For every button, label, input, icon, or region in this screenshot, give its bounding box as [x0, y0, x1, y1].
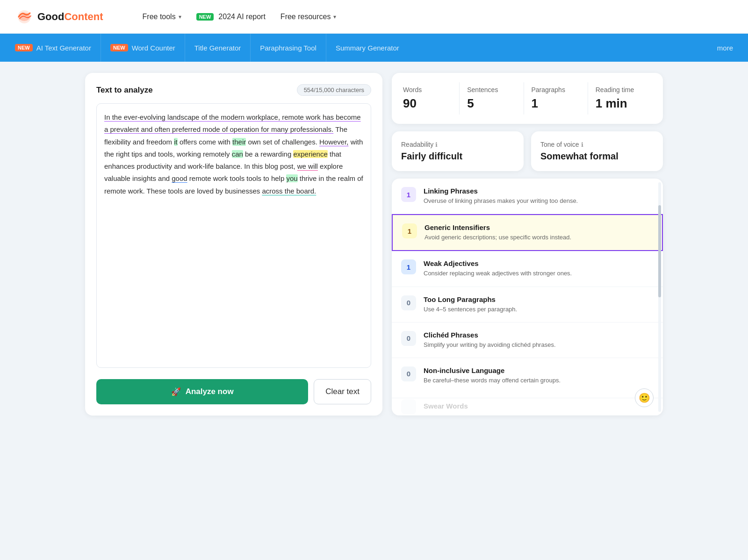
suggestion-swear-words[interactable]: Swear Words — [392, 398, 663, 416]
left-panel: Text to analyze 554/15,000 characters In… — [85, 73, 382, 416]
highlight-blue-good: good — [172, 174, 187, 182]
stat-paragraphs: Paragraphs 1 — [524, 82, 588, 115]
suggestion-text: Generic Intensifiers Avoid generic descr… — [424, 223, 653, 242]
brand-logo[interactable]: GoodContent — [15, 9, 103, 24]
subnav-word-counter[interactable]: new Word Counter — [101, 34, 185, 62]
suggestion-non-inclusive[interactable]: 0 Non-inclusive Language Be careful–thes… — [392, 358, 663, 398]
readability-card: Readability ℹ Fairly difficult — [392, 131, 524, 171]
smiley-icon: 🙂 — [639, 392, 650, 403]
readability-value: Fairly difficult — [401, 151, 514, 162]
scrollbar-thumb[interactable] — [658, 205, 661, 297]
subnav-more[interactable]: more — [708, 44, 733, 52]
highlight-green-it: it — [174, 138, 178, 146]
suggestion-text: Weak Adjectives Consider replacing weak … — [424, 259, 654, 278]
text-area[interactable]: In the ever-evolving landscape of the mo… — [96, 103, 371, 368]
highlight-purple: In the ever-evolving landscape of the mo… — [104, 113, 361, 133]
chevron-down-icon: ▾ — [333, 14, 336, 20]
text-content: In the ever-evolving landscape of the mo… — [104, 111, 363, 197]
suggestions-card: 1 Linking Phrases Overuse of linking phr… — [392, 179, 663, 416]
suggestion-badge: 0 — [401, 295, 416, 310]
suggestion-weak-adjectives[interactable]: 1 Weak Adjectives Consider replacing wea… — [392, 251, 663, 287]
subnav-title-generator[interactable]: Title Generator — [185, 34, 251, 62]
tone-card: Tone of voice ℹ Somewhat formal — [531, 131, 663, 171]
sub-navigation: new AI Text Generator new Word Counter T… — [0, 34, 748, 62]
subnav-paraphrasing-tool[interactable]: Paraphrasing Tool — [251, 34, 326, 62]
panel-title: Text to analyze — [96, 86, 153, 95]
tone-value: Somewhat formal — [540, 151, 654, 162]
suggestion-badge — [401, 399, 416, 414]
new-badge-orange: new — [15, 44, 33, 51]
suggestion-badge: 0 — [401, 366, 416, 381]
highlight-green-their: their — [232, 138, 246, 146]
right-panel: Words 90 Sentences 5 Paragraphs 1 Readin… — [392, 73, 663, 416]
metric-row: Readability ℹ Fairly difficult Tone of v… — [392, 131, 663, 171]
nav-free-tools[interactable]: Free tools ▾ — [137, 9, 187, 25]
feedback-button[interactable]: 🙂 — [635, 388, 654, 407]
top-navigation: GoodContent Free tools ▾ new 2024 AI rep… — [0, 0, 748, 34]
suggestion-generic-intensifiers[interactable]: 1 Generic Intensifiers Avoid generic des… — [392, 214, 663, 251]
main-content: Text to analyze 554/15,000 characters In… — [70, 62, 678, 427]
highlight-pink-we-will: we will — [297, 162, 318, 170]
highlight-green-you: you — [286, 174, 297, 182]
suggestion-badge: 1 — [402, 223, 417, 238]
scrollbar-track — [658, 182, 661, 412]
nav-free-resources[interactable]: Free resources ▾ — [275, 9, 342, 25]
highlight-yellow-experience: experience — [293, 150, 327, 158]
suggestion-too-long-paragraphs[interactable]: 0 Too Long Paragraphs Use 4–5 sentences … — [392, 287, 663, 323]
logo-text: GoodContent — [37, 11, 103, 23]
suggestion-badge: 1 — [401, 259, 416, 274]
nav-ai-report[interactable]: new 2024 AI report — [191, 9, 271, 25]
analyze-icon: 🚀 — [171, 387, 181, 397]
stat-sentences: Sentences 5 — [460, 82, 524, 115]
stat-words: Words 90 — [403, 82, 460, 115]
suggestion-badge: 0 — [401, 331, 416, 346]
suggestion-text: Non-inclusive Language Be careful–these … — [424, 366, 654, 385]
stats-card: Words 90 Sentences 5 Paragraphs 1 Readin… — [392, 73, 663, 124]
suggestion-text: Linking Phrases Overuse of linking phras… — [424, 187, 654, 205]
suggestion-linking-phrases[interactable]: 1 Linking Phrases Overuse of linking phr… — [392, 179, 663, 214]
new-badge-orange: new — [110, 44, 128, 51]
suggestion-cliched-phrases[interactable]: 0 Clichéd Phrases Simplify your writing … — [392, 323, 663, 358]
logo-icon — [15, 9, 34, 24]
subnav-summary-generator[interactable]: Summary Generator — [326, 34, 409, 62]
stat-reading-time: Reading time 1 min — [588, 82, 652, 115]
highlight-teal-across: across the board. — [262, 187, 316, 195]
panel-header: Text to analyze 554/15,000 characters — [96, 84, 371, 96]
new-badge: new — [196, 13, 214, 21]
readability-info-icon[interactable]: ℹ — [435, 141, 438, 148]
suggestion-badge: 1 — [401, 187, 416, 202]
clear-button[interactable]: Clear text — [314, 379, 371, 404]
highlight-purple-however: However, — [319, 138, 349, 146]
char-count: 554/15,000 characters — [297, 84, 371, 96]
highlight-green-can: can — [232, 150, 243, 158]
analyze-button[interactable]: 🚀 Analyze now — [96, 379, 308, 404]
button-row: 🚀 Analyze now Clear text — [96, 379, 371, 404]
tone-info-icon[interactable]: ℹ — [581, 141, 583, 148]
suggestion-text: Clichéd Phrases Simplify your writing by… — [424, 331, 654, 349]
suggestion-text: Too Long Paragraphs Use 4–5 sentences pe… — [424, 295, 654, 314]
subnav-ai-text-generator[interactable]: new AI Text Generator — [15, 34, 101, 62]
nav-items: Free tools ▾ new 2024 AI report Free res… — [137, 9, 342, 25]
chevron-down-icon: ▾ — [179, 14, 181, 20]
